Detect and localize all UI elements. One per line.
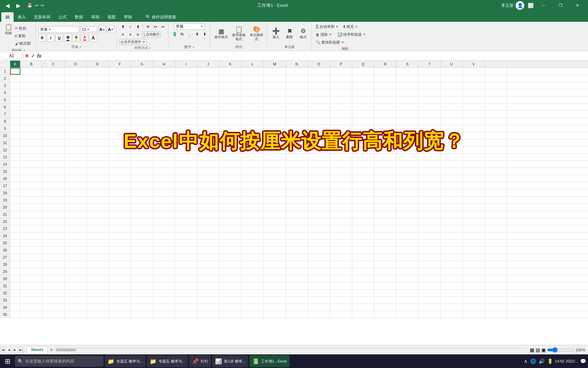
cell[interactable] (463, 161, 485, 168)
cell[interactable] (463, 75, 485, 82)
cell[interactable] (330, 96, 352, 103)
row-number[interactable]: 25 (0, 240, 10, 246)
delete-button[interactable]: ✖ 删除 (283, 27, 296, 40)
cell[interactable] (374, 275, 396, 282)
cell[interactable] (286, 218, 308, 225)
col-header-R[interactable]: R (374, 61, 396, 67)
cell[interactable] (87, 247, 109, 254)
auto-sum-button[interactable]: Σ 自动求和 ▼ (314, 23, 340, 30)
cell[interactable] (175, 182, 197, 189)
cell[interactable] (219, 161, 242, 168)
cell[interactable] (87, 311, 109, 318)
cell[interactable] (10, 240, 20, 246)
cell[interactable] (308, 132, 330, 139)
cell[interactable] (396, 132, 419, 139)
formula-cancel-icon[interactable]: ✕ (25, 53, 29, 59)
cell[interactable] (463, 154, 485, 160)
fill-button[interactable]: ⬇ 填充 ▼ (341, 24, 362, 30)
cell[interactable] (109, 82, 131, 89)
taskbar-excel[interactable]: 📗 工作簿1 - Excel (249, 355, 290, 367)
col-header-E[interactable]: E (87, 61, 109, 67)
cell[interactable] (131, 182, 153, 189)
cell[interactable] (242, 211, 264, 218)
cell[interactable] (463, 311, 485, 318)
cell[interactable] (419, 82, 441, 89)
cell[interactable] (43, 154, 65, 160)
cell[interactable] (109, 247, 131, 254)
cell[interactable] (20, 211, 43, 218)
cell[interactable] (87, 304, 109, 311)
cell[interactable] (308, 290, 330, 296)
cell[interactable] (43, 132, 65, 139)
cell[interactable] (109, 182, 131, 189)
cell[interactable] (43, 161, 65, 168)
cell[interactable] (463, 139, 485, 146)
cell[interactable] (242, 204, 264, 211)
cell[interactable] (10, 132, 20, 139)
cell[interactable] (330, 311, 352, 318)
cell[interactable] (286, 125, 308, 132)
cell[interactable] (441, 297, 463, 304)
cell[interactable] (463, 189, 485, 196)
border-button[interactable]: ⊞ (64, 34, 71, 42)
cell[interactable] (396, 197, 419, 203)
quick-save-icon[interactable]: 💾 (27, 3, 32, 8)
cell[interactable] (131, 304, 153, 311)
cell[interactable] (109, 240, 131, 246)
cell[interactable] (308, 139, 330, 146)
cell[interactable] (10, 168, 20, 175)
cell[interactable] (65, 304, 87, 311)
cell[interactable] (463, 297, 485, 304)
cell[interactable] (396, 304, 419, 311)
cell[interactable] (396, 175, 419, 182)
align-top-button[interactable]: ⬆ (119, 23, 126, 30)
cell[interactable] (20, 139, 43, 146)
cell[interactable] (308, 147, 330, 153)
cell[interactable] (197, 275, 219, 282)
cell[interactable] (65, 297, 87, 304)
cell[interactable] (396, 254, 419, 261)
col-header-O[interactable]: O (308, 61, 330, 67)
cell[interactable] (219, 189, 242, 196)
cell[interactable] (20, 232, 43, 239)
cell[interactable] (308, 197, 330, 203)
cell[interactable] (352, 311, 374, 318)
cell[interactable] (197, 147, 219, 153)
indent-decrease-button[interactable]: ↤ (159, 23, 166, 30)
cell[interactable] (419, 311, 441, 318)
cell[interactable] (330, 182, 352, 189)
cell[interactable] (109, 111, 131, 118)
percent-button[interactable]: % (179, 31, 185, 37)
cell[interactable] (153, 75, 175, 82)
cell[interactable] (286, 275, 308, 282)
cell[interactable] (43, 189, 65, 196)
add-sheet-button[interactable]: + (48, 346, 55, 354)
cell[interactable] (242, 297, 264, 304)
cell[interactable] (65, 168, 87, 175)
cell[interactable] (308, 311, 330, 318)
cell[interactable] (153, 304, 175, 311)
cell[interactable] (109, 125, 131, 132)
cell[interactable] (264, 189, 286, 196)
cell[interactable] (396, 275, 419, 282)
cell[interactable] (87, 132, 109, 139)
cell[interactable] (463, 182, 485, 189)
cell[interactable] (131, 161, 153, 168)
cell[interactable] (330, 175, 352, 182)
col-header-F[interactable]: F (109, 61, 131, 67)
copy-button[interactable]: ⎘ 复制 (14, 33, 32, 39)
cell[interactable] (20, 275, 43, 282)
cell[interactable] (419, 139, 441, 146)
cell[interactable] (264, 96, 286, 103)
cell[interactable] (286, 189, 308, 196)
cell[interactable] (242, 82, 264, 89)
cell[interactable] (419, 240, 441, 246)
cell[interactable] (396, 282, 419, 289)
cell[interactable] (308, 68, 330, 75)
cell[interactable] (330, 168, 352, 175)
row-number[interactable]: 28 (0, 261, 10, 268)
cell[interactable] (463, 232, 485, 239)
cell[interactable] (87, 189, 109, 196)
cell[interactable] (65, 254, 87, 261)
cell[interactable] (65, 161, 87, 168)
